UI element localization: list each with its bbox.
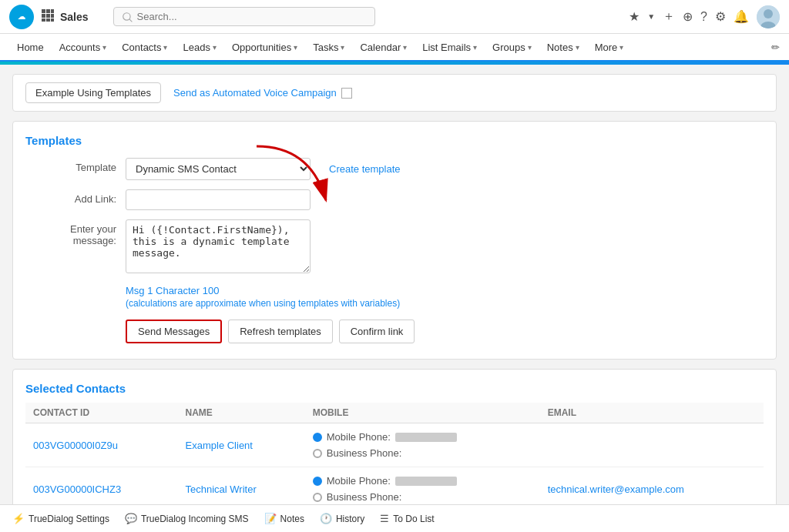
- message-form-row: Enter your message: Hi ({!Contact.FirstN…: [25, 219, 764, 276]
- message-form-control: Hi ({!Contact.FirstName}), this is a dyn…: [126, 219, 764, 276]
- footer-label-history: History: [336, 514, 364, 524]
- template-select[interactable]: Dynamic SMS Contact: [126, 158, 311, 180]
- add-link-form-control: [126, 189, 764, 210]
- business-radio-2[interactable]: [313, 493, 322, 502]
- nav-icons: ★ ▼ ＋ ⊕ ? ⚙ 🔔: [629, 5, 780, 28]
- app-name: Sales: [60, 11, 89, 23]
- contact-name-2[interactable]: Technical Writer: [186, 483, 257, 495]
- add-link-input[interactable]: [126, 189, 311, 210]
- voice-campaign-checkbox[interactable]: [341, 88, 352, 99]
- list-icon: ☰: [380, 513, 389, 524]
- question-icon[interactable]: ?: [700, 10, 707, 24]
- footer-label-notes: Notes: [280, 514, 304, 524]
- contact-id-2[interactable]: 003VG00000ICHZ3: [33, 483, 121, 495]
- tasks-caret: ▾: [341, 43, 344, 52]
- search-input[interactable]: [137, 11, 367, 22]
- mobile-phone-row-1: Mobile Phone:: [313, 431, 532, 443]
- action-buttons: Send Messages Refresh templates Confirm …: [126, 320, 764, 343]
- business-radio-1[interactable]: [313, 449, 322, 458]
- avatar[interactable]: [757, 5, 780, 28]
- footer-incoming-sms[interactable]: 💬 TrueDialog Incoming SMS: [125, 513, 249, 524]
- mobile-phone-blurred-2: [395, 477, 457, 486]
- footer-true-dialog-settings[interactable]: ⚡ TrueDialog Settings: [12, 513, 109, 524]
- footer-label-settings: TrueDialog Settings: [29, 514, 109, 524]
- mobile-radio-1[interactable]: [313, 433, 322, 442]
- edit-nav-icon[interactable]: ✏: [771, 42, 780, 53]
- refresh-templates-button[interactable]: Refresh templates: [228, 320, 333, 343]
- contact-id-1[interactable]: 003VG00000I0Z9u: [33, 440, 118, 451]
- message-textarea[interactable]: Hi ({!Contact.FirstName}), this is a dyn…: [126, 219, 311, 273]
- top-toolbar-card: Example Using Templates Send as Automate…: [12, 74, 777, 112]
- contacts-caret: ▾: [163, 43, 167, 52]
- add-link-label: Add Link:: [25, 189, 126, 205]
- clock-icon: 🕐: [320, 513, 332, 524]
- note-icon: 📝: [264, 513, 277, 524]
- svg-rect-6: [46, 14, 50, 18]
- selected-contacts-title: Selected Contacts: [25, 382, 764, 395]
- phone-block-1: Mobile Phone: Business Phone:: [313, 431, 532, 459]
- nav-item-calendar[interactable]: Calendar ▾: [352, 34, 415, 60]
- contact-name-1[interactable]: Example Client: [186, 440, 253, 451]
- gear-icon[interactable]: ⚙: [715, 9, 726, 24]
- chat-icon: 💬: [125, 513, 137, 524]
- salesforce-logo: ☁: [9, 5, 34, 29]
- footer-notes[interactable]: 📝 Notes: [264, 513, 304, 524]
- grid-icon[interactable]: [42, 9, 54, 24]
- phone-block-2: Mobile Phone: Business Phone:: [313, 475, 532, 503]
- nav-item-accounts[interactable]: Accounts ▾: [52, 34, 114, 60]
- leads-caret: ▾: [213, 43, 217, 52]
- search-bar[interactable]: [113, 7, 375, 26]
- template-select-wrapper: Dynamic SMS Contact: [126, 158, 311, 180]
- nav-item-opportunities[interactable]: Opportunities ▾: [224, 34, 305, 60]
- nav-item-home[interactable]: Home: [9, 34, 52, 60]
- opps-caret: ▾: [294, 43, 297, 52]
- send-messages-button[interactable]: Send Messages: [126, 320, 222, 343]
- svg-rect-7: [51, 14, 54, 18]
- msg-note: (calculations are approximate when using…: [126, 298, 764, 309]
- template-label: Template: [25, 158, 126, 173]
- footer-todo[interactable]: ☰ To Do List: [380, 513, 434, 524]
- svg-point-14: [764, 9, 773, 18]
- nav-item-groups[interactable]: Groups ▾: [485, 34, 539, 60]
- footer-label-todo: To Do List: [393, 514, 434, 524]
- notification-icon[interactable]: 🔔: [734, 9, 749, 24]
- confirm-link-button[interactable]: Confirm link: [339, 320, 415, 343]
- create-template-link[interactable]: Create template: [329, 163, 401, 175]
- business-phone-row-2: Business Phone:: [313, 491, 532, 503]
- mobile-phone-blurred-1: [395, 433, 457, 442]
- groups-caret: ▾: [528, 43, 532, 52]
- main-content: Example Using Templates Send as Automate…: [0, 65, 789, 532]
- svg-rect-8: [42, 18, 45, 22]
- footer-history[interactable]: 🕐 History: [320, 513, 364, 524]
- col-email: EMAIL: [540, 403, 764, 423]
- footer-label-sms: TrueDialog Incoming SMS: [141, 514, 249, 524]
- star-icon[interactable]: ★: [629, 9, 640, 24]
- templates-section-title: Templates: [25, 134, 764, 147]
- nav-item-tasks[interactable]: Tasks ▾: [305, 34, 352, 60]
- message-label: Enter your message:: [25, 219, 126, 246]
- contact-email-2[interactable]: technical.writer@example.com: [548, 483, 684, 495]
- selected-contacts-card: Selected Contacts CONTACT ID NAME MOBILE…: [12, 369, 777, 524]
- dropdown-icon[interactable]: ▼: [647, 12, 655, 21]
- table-row: 003VG00000I0Z9u Example Client Mobile Ph…: [25, 423, 764, 467]
- accounts-caret: ▾: [102, 43, 106, 52]
- msg-info: Msg 1 Character 100 (calculations are ap…: [126, 285, 764, 309]
- col-name: NAME: [178, 403, 305, 423]
- example-templates-button[interactable]: Example Using Templates: [25, 82, 161, 103]
- nav-item-notes[interactable]: Notes ▾: [539, 34, 587, 60]
- svg-rect-9: [46, 18, 50, 22]
- contacts-table-body: 003VG00000I0Z9u Example Client Mobile Ph…: [25, 423, 764, 511]
- svg-rect-4: [51, 9, 54, 13]
- add-icon[interactable]: ＋: [663, 8, 675, 25]
- bell-icon[interactable]: ⊕: [683, 9, 693, 24]
- col-mobile: MOBILE: [305, 403, 540, 423]
- nav-item-leads[interactable]: Leads ▾: [175, 34, 223, 60]
- svg-text:☁: ☁: [18, 12, 25, 21]
- nav-item-list-emails[interactable]: List Emails ▾: [415, 34, 485, 60]
- voice-campaign-option: Send as Automated Voice Campaign: [173, 87, 352, 99]
- nav-item-contacts[interactable]: Contacts ▾: [114, 34, 175, 60]
- nav-item-more[interactable]: More ▾: [587, 34, 632, 60]
- top-nav: ☁ Sales ★ ▼ ＋ ⊕ ? ⚙ 🔔: [0, 0, 789, 34]
- msg-char-info: Msg 1 Character 100: [126, 285, 764, 296]
- mobile-radio-2[interactable]: [313, 477, 322, 486]
